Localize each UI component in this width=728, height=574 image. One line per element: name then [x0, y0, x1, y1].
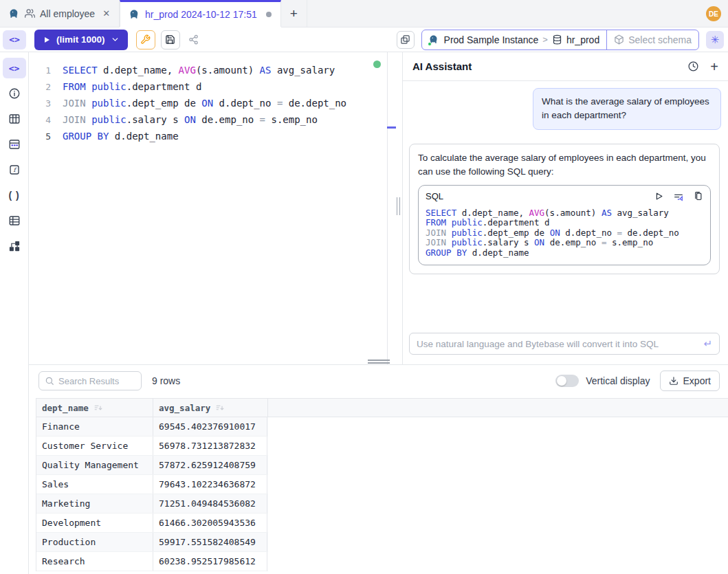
- result-row[interactable]: Research60238.952517985612: [36, 552, 268, 571]
- export-button[interactable]: Export: [660, 371, 720, 391]
- result-row[interactable]: Sales79643.102234636872: [36, 475, 268, 494]
- instance-status-dot: [428, 42, 432, 46]
- copy-icon[interactable]: [693, 191, 703, 201]
- result-cell[interactable]: Sales: [36, 475, 153, 494]
- result-row[interactable]: Production59917.551582408549: [36, 533, 268, 552]
- tab-all-employee[interactable]: All employee ✕: [0, 0, 120, 27]
- horizontal-splitter-grip[interactable]: [368, 360, 390, 364]
- result-cell[interactable]: 61466.302005943536: [153, 514, 267, 532]
- instance-database-selector[interactable]: Prod Sample Instance > hr_prod: [422, 30, 607, 49]
- code-text: JOIN public.dept_emp de ON d.dept_no = d…: [63, 98, 346, 109]
- result-cell[interactable]: Finance: [36, 417, 153, 436]
- sql-editor[interactable]: 1SELECT d.dept_name, AVG(s.amount) AS av…: [29, 52, 388, 364]
- run-query-button[interactable]: (limit 1000): [34, 30, 128, 50]
- new-tab-button[interactable]: +: [281, 0, 307, 27]
- natural-language-input[interactable]: [417, 339, 698, 349]
- sql-token: .salary s: [483, 237, 534, 247]
- sql-token: d.dept_name,: [456, 208, 529, 218]
- play-icon: [43, 36, 51, 44]
- close-icon[interactable]: ✕: [102, 8, 110, 19]
- result-cell[interactable]: 57872.625912408759: [153, 456, 267, 474]
- vertical-splitter[interactable]: [388, 52, 402, 364]
- column-header-avg-salary[interactable]: avg_salary: [153, 399, 267, 417]
- sidebar-item-schema-diagram[interactable]: [3, 236, 26, 256]
- upper-workspace: 1SELECT d.dept_name, AVG(s.amount) AS av…: [29, 52, 728, 364]
- breadcrumb-separator: >: [542, 34, 548, 45]
- result-row[interactable]: Customer Service56978.731213872832: [36, 437, 268, 456]
- result-row[interactable]: Development61466.302005943536: [36, 514, 268, 533]
- sidebar-item-info[interactable]: [3, 83, 26, 104]
- chevron-down-icon[interactable]: [111, 35, 120, 44]
- save-sheet-button[interactable]: [161, 30, 180, 49]
- line-number: 3: [29, 98, 51, 109]
- vertical-display-toggle[interactable]: [555, 375, 579, 387]
- sidebar-item-tables[interactable]: [3, 109, 26, 129]
- sql-token: ON: [201, 98, 213, 109]
- editor-code-line[interactable]: 5GROUP BY d.dept_name: [29, 128, 387, 144]
- result-cell[interactable]: 69545.402376910017: [153, 417, 267, 436]
- search-results-input[interactable]: [58, 376, 135, 386]
- ai-chat-area: What is the average salary of employees …: [403, 81, 728, 364]
- return-icon[interactable]: ↵: [703, 338, 712, 350]
- result-cell[interactable]: Development: [36, 514, 153, 532]
- ai-assistant-toggle-button[interactable]: ✳: [706, 31, 724, 49]
- splitter-grip[interactable]: [397, 197, 400, 215]
- result-cell[interactable]: Quality Management: [36, 456, 153, 474]
- run-sql-icon[interactable]: [654, 191, 664, 201]
- sql-token: GROUP BY: [426, 247, 467, 258]
- sql-token: ON: [184, 114, 196, 125]
- code-text: JOIN public.salary s ON de.emp_no = s.em…: [63, 114, 318, 125]
- sql-token: .salary s: [126, 114, 184, 125]
- search-results-box[interactable]: [38, 371, 142, 390]
- tab-label: All employee: [40, 8, 95, 19]
- result-cell[interactable]: Customer Service: [36, 437, 153, 455]
- result-cell[interactable]: Production: [36, 533, 153, 551]
- code-panel-button[interactable]: <>: [3, 30, 26, 49]
- editor-code-line[interactable]: 2FROM public.department d: [29, 78, 387, 95]
- column-header-dept-name[interactable]: dept_name: [36, 399, 153, 417]
- download-icon: [669, 376, 679, 386]
- line-number: 4: [29, 115, 51, 125]
- format-layout-button[interactable]: [397, 31, 415, 49]
- results-panel: 9 rows Vertical display Export dept_name: [29, 364, 728, 574]
- sidebar-item-parentheses[interactable]: ( ): [3, 185, 26, 206]
- admin-wrench-button[interactable]: [136, 30, 155, 49]
- result-row[interactable]: Quality Management57872.625912408759: [36, 456, 268, 475]
- new-chat-button[interactable]: +: [710, 60, 718, 74]
- result-cell[interactable]: Marketing: [36, 494, 153, 513]
- table-icon: [8, 113, 21, 125]
- results-table: dept_name avg_salary Finance69545.402376…: [36, 398, 728, 571]
- result-row[interactable]: Marketing71251.049484536082: [36, 494, 268, 514]
- sidebar-item-functions[interactable]: f: [3, 159, 26, 180]
- sql-token: .department d: [483, 217, 550, 228]
- tab-hr-prod[interactable]: hr_prod 2024-10-12 17:51: [120, 0, 281, 27]
- sidebar-item-data[interactable]: [3, 134, 26, 155]
- sidebar-item-code-editor[interactable]: <>: [3, 58, 26, 78]
- header-filler: [267, 399, 728, 417]
- result-cell[interactable]: 60238.952517985612: [153, 552, 267, 571]
- sort-icon[interactable]: [93, 404, 102, 412]
- avatar[interactable]: DE: [706, 6, 721, 21]
- editor-code-line[interactable]: 1SELECT d.dept_name, AVG(s.amount) AS av…: [29, 62, 387, 78]
- result-cell[interactable]: 71251.049484536082: [153, 494, 267, 513]
- result-cell[interactable]: 56978.731213872832: [153, 437, 267, 455]
- result-cell[interactable]: Research: [36, 552, 153, 571]
- result-row[interactable]: Finance69545.402376910017: [36, 417, 268, 437]
- sidebar-item-worksheet[interactable]: [3, 210, 26, 231]
- result-cell[interactable]: 59917.551582408549: [153, 533, 267, 551]
- sql-token: .dept_emp de: [126, 98, 202, 109]
- editor-code-line[interactable]: 4JOIN public.salary s ON de.emp_no = s.e…: [29, 111, 387, 128]
- schema-selector[interactable]: Select schema: [606, 30, 698, 49]
- toolbar-right-group: Prod Sample Instance > hr_prod Select sc…: [397, 30, 724, 50]
- data-table-icon: [8, 138, 21, 151]
- history-clock-icon[interactable]: [687, 60, 699, 72]
- insert-into-editor-icon[interactable]: [673, 191, 684, 202]
- scroll-position-marker: [387, 126, 396, 129]
- sql-token: (s.amount): [544, 208, 602, 218]
- editor-code-line[interactable]: 3JOIN public.dept_emp de ON d.dept_no = …: [29, 95, 387, 111]
- result-cell[interactable]: 79643.102234636872: [153, 475, 267, 494]
- svg-text:f: f: [13, 166, 17, 173]
- share-button[interactable]: [184, 30, 203, 49]
- sql-token: SELECT: [426, 208, 456, 218]
- sort-icon[interactable]: [215, 404, 224, 412]
